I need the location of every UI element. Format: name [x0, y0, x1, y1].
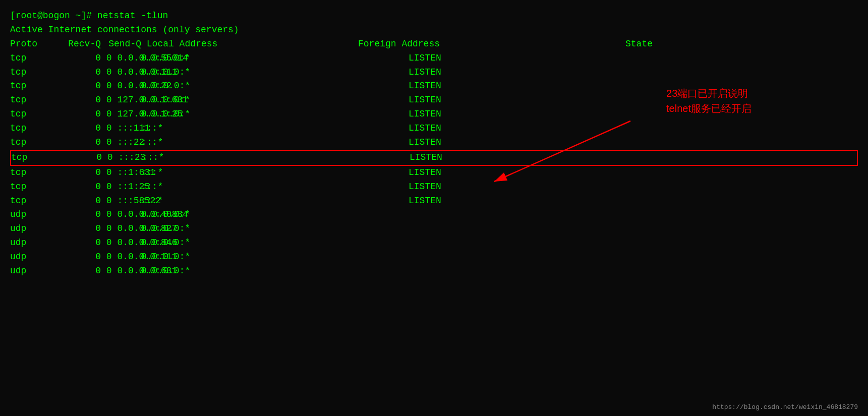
header-proto: Proto [10, 37, 40, 51]
cell-sendq: 0 :::111 [101, 122, 141, 136]
table-row: udp 0 0 0.0.0.0:40834 0.0.0.0:* [10, 208, 858, 222]
cell-proto: tcp [10, 166, 40, 180]
cell-sendq: 0 0.0.0.0:111 [101, 250, 141, 264]
cell-proto: tcp [10, 79, 40, 93]
cell-foreign: :::* [142, 151, 410, 165]
cell-recvq: 0 [40, 136, 101, 150]
cell-sendq: 0 0.0.0.0:55014 [101, 51, 141, 66]
cell-proto: udp [10, 250, 40, 264]
table-row: tcp 0 0 0.0.0.0:55014 0.0.0.0:* LISTEN [10, 51, 858, 66]
cell-sendq: 0 127.0.0.1:631 [101, 93, 141, 107]
cell-foreign: :::* [141, 194, 409, 208]
cell-state: LISTEN [409, 136, 469, 150]
cell-recvq: 0 [40, 236, 101, 250]
cell-sendq: 0 :::22 [101, 136, 141, 150]
cell-proto: tcp [10, 194, 40, 208]
table-row: udp 0 0 0.0.0.0:846 0.0.0.0:* [10, 236, 858, 250]
header-local: Local Address [141, 37, 358, 51]
cell-sendq: 0 ::1:25 [101, 180, 141, 194]
cell-recvq: 0 [40, 194, 101, 208]
table-row: tcp 0 0 127.0.0.1:25 0.0.0.0:* LISTEN [10, 107, 858, 122]
cell-sendq: 0 :::58522 [101, 194, 141, 208]
table-header: Proto Recv-Q Send-Q Local Address Foreig… [10, 37, 858, 51]
cell-state: LISTEN [409, 194, 469, 208]
cell-state: LISTEN [409, 66, 469, 80]
cell-foreign: :::* [141, 180, 409, 194]
table-row: tcp 0 0 ::1:25 :::* LISTEN [10, 180, 858, 194]
cell-proto: tcp [11, 151, 41, 165]
cell-recvq: 0 [40, 66, 101, 80]
cell-recvq: 0 [41, 151, 102, 165]
cell-sendq: 0 0.0.0.0:40834 [101, 208, 141, 222]
cell-sendq: 0 127.0.0.1:25 [101, 107, 141, 122]
cell-foreign: 0.0.0.0:* [141, 66, 409, 80]
cell-state: LISTEN [409, 180, 469, 194]
table-row: tcp 0 0 :::23 :::* LISTEN [10, 150, 858, 166]
table-row: tcp 0 0 :::22 :::* LISTEN [10, 136, 858, 150]
header-recvq: Recv-Q [40, 37, 101, 51]
table-row: udp 0 0 0.0.0.0:827 0.0.0.0:* [10, 222, 858, 236]
cell-proto: tcp [10, 93, 40, 107]
cell-proto: tcp [10, 66, 40, 80]
cell-foreign: 0.0.0.0:* [141, 208, 409, 222]
cell-recvq: 0 [40, 222, 101, 236]
cell-sendq: 0 0.0.0.0:827 [101, 222, 141, 236]
cell-recvq: 0 [40, 250, 101, 264]
cell-proto: udp [10, 264, 40, 278]
cell-foreign: 0.0.0.0:* [141, 250, 409, 264]
cell-state: LISTEN [409, 107, 469, 122]
cell-recvq: 0 [40, 180, 101, 194]
cell-sendq: 0 ::1:631 [101, 166, 141, 180]
cell-state: LISTEN [409, 93, 469, 107]
cell-recvq: 0 [40, 51, 101, 66]
cell-sendq: 0 0.0.0.0:846 [101, 236, 141, 250]
cell-state: LISTEN [409, 51, 469, 66]
cell-foreign: 0.0.0.0:* [141, 93, 409, 107]
info-text: Active Internet connections (only server… [10, 23, 239, 37]
header-sendq: Send-Q [101, 37, 141, 51]
cell-recvq: 0 [40, 264, 101, 278]
cell-sendq: 0 0.0.0.0:111 [101, 66, 141, 80]
prompt-line: [root@bogon ~]# netstat -tlun [10, 9, 858, 23]
cell-proto: udp [10, 236, 40, 250]
table-row: tcp 0 0 0.0.0.0:22 0.0.0.0:* LISTEN [10, 79, 858, 93]
cell-recvq: 0 [40, 79, 101, 93]
cell-recvq: 0 [40, 107, 101, 122]
cell-proto: tcp [10, 122, 40, 136]
cell-state: LISTEN [409, 166, 469, 180]
cell-proto: udp [10, 222, 40, 236]
table-body: tcp 0 0 0.0.0.0:55014 0.0.0.0:* LISTEN t… [10, 51, 858, 278]
cell-proto: udp [10, 208, 40, 222]
header-state: State [625, 37, 686, 51]
cell-proto: tcp [10, 136, 40, 150]
cell-proto: tcp [10, 51, 40, 66]
cell-foreign: 0.0.0.0:* [141, 51, 409, 66]
watermark: https://blog.csdn.net/weixin_46818279 [712, 403, 858, 411]
header-foreign: Foreign Address [358, 37, 625, 51]
table-row: tcp 0 0 127.0.0.1:631 0.0.0.0:* LISTEN [10, 93, 858, 107]
cell-foreign: 0.0.0.0:* [141, 107, 409, 122]
cell-foreign: 0.0.0.0:* [141, 222, 409, 236]
cell-proto: tcp [10, 180, 40, 194]
cell-state: LISTEN [409, 122, 469, 136]
cell-foreign: :::* [141, 166, 409, 180]
cell-recvq: 0 [40, 93, 101, 107]
cell-recvq: 0 [40, 166, 101, 180]
cell-recvq: 0 [40, 208, 101, 222]
table-row: tcp 0 0 0.0.0.0:111 0.0.0.0:* LISTEN [10, 66, 858, 80]
cell-foreign: :::* [141, 136, 409, 150]
cell-proto: tcp [10, 107, 40, 122]
info-line: Active Internet connections (only server… [10, 23, 858, 37]
cell-sendq: 0 0.0.0.0:22 [101, 79, 141, 93]
table-row: tcp 0 0 :::111 :::* LISTEN [10, 122, 858, 136]
table-row: tcp 0 0 :::58522 :::* LISTEN [10, 194, 858, 208]
cell-foreign: 0.0.0.0:* [141, 264, 409, 278]
cell-state: LISTEN [409, 79, 469, 93]
table-row: tcp 0 0 ::1:631 :::* LISTEN [10, 166, 858, 180]
cell-recvq: 0 [40, 122, 101, 136]
cell-foreign: :::* [141, 122, 409, 136]
cell-sendq: 0 0.0.0.0:631 [101, 264, 141, 278]
table-row: udp 0 0 0.0.0.0:631 0.0.0.0:* [10, 264, 858, 278]
prompt-text: [root@bogon ~]# netstat -tlun [10, 9, 168, 23]
cell-state: LISTEN [410, 151, 470, 165]
